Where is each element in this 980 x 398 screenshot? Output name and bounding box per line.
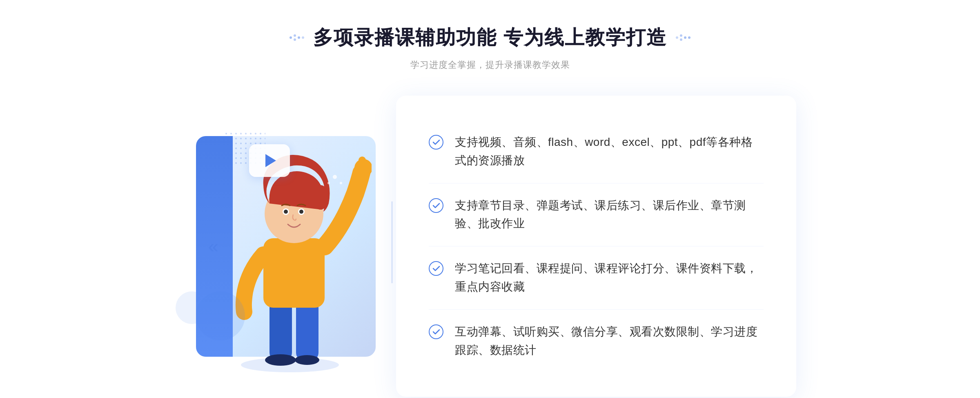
play-bubble [249, 144, 290, 177]
svg-point-18 [265, 354, 296, 366]
feature-item-1: 支持视频、音频、flash、word、excel、ppt、pdf等各种格式的资源… [429, 120, 764, 183]
svg-point-31 [340, 182, 342, 184]
svg-rect-20 [263, 238, 325, 308]
feature-text-2: 支持章节目录、弹题考试、课后练习、课后作业、章节测验、批改作业 [455, 197, 764, 233]
svg-point-34 [429, 199, 443, 212]
person-illustration [216, 144, 372, 373]
svg-point-5 [676, 36, 678, 39]
svg-point-35 [429, 262, 443, 275]
svg-point-7 [684, 36, 686, 39]
circle-decoration-1 [196, 291, 245, 340]
check-icon-3 [429, 261, 443, 276]
svg-point-36 [429, 325, 443, 339]
svg-point-4 [302, 36, 304, 39]
feature-item-2: 支持章节目录、弹题考试、课后练习、课后作业、章节测验、批改作业 [429, 183, 764, 247]
svg-point-33 [429, 135, 443, 149]
content-area: « 支持视频、音频、flash、word、excel、ppt、pdf等各种格式的… [184, 96, 796, 397]
svg-point-3 [294, 38, 296, 41]
title-row: 多项录播课辅助功能 专为线上教学打造 [289, 25, 691, 51]
svg-rect-17 [296, 300, 318, 361]
svg-point-30 [333, 175, 337, 179]
page-wrapper: 多项录播课辅助功能 专为线上教学打造 学习进度全掌握，提升录播课教学效果 [0, 0, 980, 398]
svg-rect-16 [270, 300, 292, 361]
left-chevron-arrows[interactable]: « [208, 236, 218, 257]
check-icon-2 [429, 198, 443, 213]
svg-point-0 [290, 36, 292, 39]
feature-text-1: 支持视频、音频、flash、word、excel、ppt、pdf等各种格式的资源… [455, 133, 764, 170]
features-card: 支持视频、音频、flash、word、excel、ppt、pdf等各种格式的资源… [396, 96, 796, 397]
svg-point-2 [298, 36, 300, 39]
title-dots-right [675, 34, 691, 42]
svg-point-9 [688, 36, 690, 39]
header-section: 多项录播课辅助功能 专为线上教学打造 学习进度全掌握，提升录播课教学效果 [289, 25, 691, 71]
feature-text-4: 互动弹幕、试听购买、微信分享、观看次数限制、学习进度跟踪、数据统计 [455, 323, 764, 360]
svg-point-25 [312, 185, 329, 210]
svg-point-8 [680, 38, 682, 41]
svg-point-27 [284, 210, 288, 214]
svg-point-19 [295, 355, 319, 365]
page-title: 多项录播课辅助功能 专为线上教学打造 [313, 25, 666, 51]
chevron-left-icon: « [208, 236, 218, 256]
svg-point-6 [680, 34, 682, 37]
check-icon-4 [429, 324, 443, 339]
title-dots-left [289, 34, 305, 42]
play-icon [265, 154, 276, 167]
feature-text-3: 学习笔记回看、课程提问、课程评论打分、课件资料下载，重点内容收藏 [455, 259, 764, 296]
svg-point-29 [299, 210, 303, 214]
svg-rect-22 [359, 157, 366, 170]
svg-point-32 [327, 182, 330, 184]
svg-point-1 [294, 34, 296, 37]
feature-item-4: 互动弹幕、试听购买、微信分享、观看次数限制、学习进度跟踪、数据统计 [429, 310, 764, 373]
check-icon-1 [429, 135, 443, 150]
page-subtitle: 学习进度全掌握，提升录播课教学效果 [410, 59, 570, 71]
feature-item-3: 学习笔记回看、课程提问、课程评论打分、课件资料下载，重点内容收藏 [429, 246, 764, 310]
